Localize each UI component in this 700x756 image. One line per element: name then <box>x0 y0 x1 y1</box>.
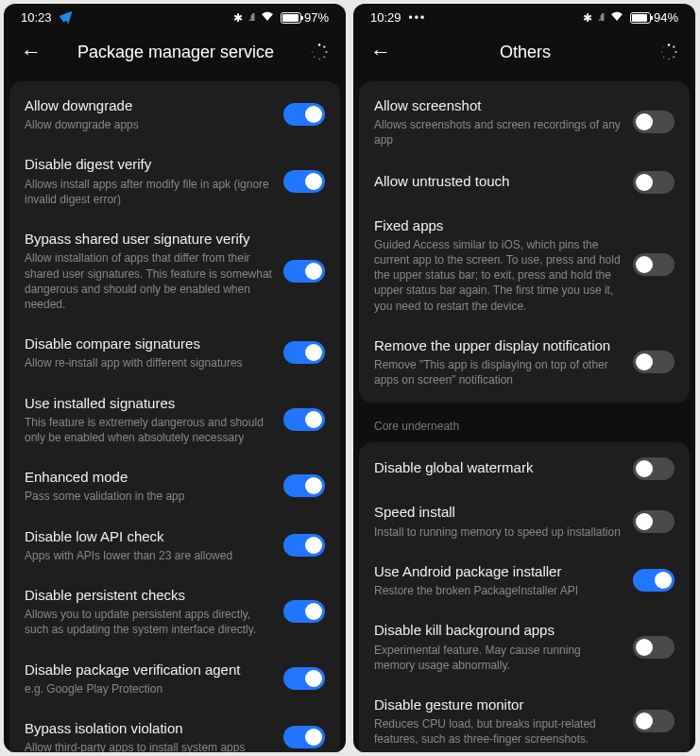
status-time: 10:29 <box>370 10 401 25</box>
setting-item[interactable]: Disable package verification agente.g. G… <box>9 649 340 708</box>
setting-item[interactable]: Disable gesture monitorReduces CPU load,… <box>359 684 690 752</box>
toggle-switch[interactable] <box>283 726 325 748</box>
setting-title: Disable gesture monitor <box>374 696 622 714</box>
status-time: 10:23 <box>21 10 52 25</box>
toggle-switch[interactable] <box>283 600 325 623</box>
setting-title: Disable low API check <box>25 527 272 546</box>
setting-title: Bypass shared user signature verify <box>25 230 272 249</box>
setting-description: Allow installation of apps that differ f… <box>25 250 272 312</box>
toggle-switch[interactable] <box>283 103 325 126</box>
setting-description: Experimental feature. May cause running … <box>374 643 622 673</box>
setting-item[interactable]: Disable global watermark <box>359 446 690 491</box>
svg-point-15 <box>663 46 664 47</box>
toggle-switch[interactable] <box>633 253 674 276</box>
svg-point-8 <box>668 43 671 46</box>
loading-spinner-icon <box>310 43 329 61</box>
setting-item[interactable]: Disable low API checkApps with APIs lowe… <box>9 516 340 575</box>
toggle-switch[interactable] <box>283 667 325 690</box>
setting-title: Fixed apps <box>374 216 622 235</box>
setting-item[interactable]: Remove the upper display notificationRem… <box>359 325 690 400</box>
setting-title: Disable package verification agent <box>25 661 272 679</box>
page-header: ← Package manager service <box>4 28 346 81</box>
svg-point-3 <box>323 56 325 58</box>
back-arrow-icon[interactable]: ← <box>370 40 391 64</box>
svg-point-1 <box>323 46 325 48</box>
page-header: ← Others <box>353 28 695 81</box>
toggle-switch[interactable] <box>633 457 674 480</box>
battery-percent: 97% <box>304 10 329 25</box>
setting-item[interactable]: Use Android package installerRestore the… <box>359 551 690 610</box>
setting-title: Allow screenshot <box>374 96 622 115</box>
toggle-switch[interactable] <box>283 170 325 193</box>
page-title: Others <box>391 43 659 62</box>
toggle-switch[interactable] <box>633 171 674 194</box>
svg-point-5 <box>314 57 316 59</box>
setting-title: Allow untrusted touch <box>374 172 622 191</box>
setting-item[interactable]: Speed installInstall to running memory t… <box>359 491 690 550</box>
setting-title: Disable compare signatures <box>25 335 272 353</box>
toggle-switch[interactable] <box>633 510 674 533</box>
setting-item[interactable]: Disable persistent checksAllows you to u… <box>9 575 340 649</box>
setting-title: Disable kill background apps <box>374 621 622 640</box>
svg-point-0 <box>318 43 321 46</box>
toggle-switch[interactable] <box>633 636 674 659</box>
status-bar: 10:23 ✱ .ıll 97% <box>4 4 346 28</box>
setting-item[interactable]: Bypass shared user signature verifyAllow… <box>9 218 340 323</box>
svg-point-11 <box>673 56 674 58</box>
battery-icon <box>630 12 651 24</box>
svg-point-10 <box>675 51 677 53</box>
page-title: Package manager service <box>42 43 310 62</box>
battery-percent: 94% <box>654 10 678 25</box>
more-notifications-icon: ••• <box>409 11 427 25</box>
setting-item[interactable]: Fixed appsGuided Access similar to iOS, … <box>359 205 690 325</box>
setting-item[interactable]: Disable kill background appsExperimental… <box>359 610 690 684</box>
setting-description: Apps with APIs lower than 23 are allowed <box>25 548 272 563</box>
toggle-switch[interactable] <box>633 569 674 592</box>
setting-description: Remove "This app is displaying on top of… <box>374 357 622 387</box>
setting-item[interactable]: Allow untrusted touch <box>359 160 690 205</box>
bluetooth-icon: ✱ <box>233 11 243 25</box>
toggle-switch[interactable] <box>283 341 325 364</box>
setting-title: Use installed signatures <box>25 394 272 413</box>
svg-point-4 <box>318 59 320 60</box>
setting-title: Allow downgrade <box>25 96 272 115</box>
toggle-switch[interactable] <box>283 408 325 431</box>
setting-item[interactable]: Allow screenshotAllows screenshots and s… <box>359 85 690 160</box>
setting-description: Guided Access similar to iOS, which pins… <box>374 237 622 314</box>
setting-description: Restore the broken PackageInstaller API <box>374 583 622 598</box>
setting-item[interactable]: Enhanced modePass some validation in the… <box>9 456 340 515</box>
toggle-switch[interactable] <box>283 534 325 557</box>
svg-point-9 <box>673 46 674 48</box>
setting-title: Use Android package installer <box>374 562 622 581</box>
battery-icon <box>281 12 301 24</box>
toggle-switch[interactable] <box>283 474 325 497</box>
bluetooth-icon: ✱ <box>583 11 592 25</box>
toggle-switch[interactable] <box>283 260 325 283</box>
setting-item[interactable]: Use installed signaturesThis feature is … <box>9 383 340 457</box>
svg-point-7 <box>314 46 315 47</box>
setting-title: Disable persistent checks <box>25 586 272 605</box>
back-arrow-icon[interactable]: ← <box>21 40 42 64</box>
toggle-switch[interactable] <box>633 710 674 732</box>
toggle-switch[interactable] <box>633 111 674 133</box>
setting-description: Allows you to update persistent apps dir… <box>25 607 272 637</box>
status-bar: 10:29 ••• ✱ .ıll 94% <box>353 4 695 28</box>
setting-item[interactable]: Disable compare signaturesAllow re-insta… <box>9 323 340 382</box>
setting-title: Remove the upper display notification <box>374 336 622 355</box>
settings-content: Allow downgradeAllow downgrade appsDisab… <box>4 81 346 752</box>
setting-item[interactable]: Bypass isolation violationAllow third-pa… <box>9 708 340 752</box>
setting-title: Disable digest verify <box>25 155 272 174</box>
svg-point-6 <box>312 51 313 52</box>
setting-item[interactable]: Allow downgradeAllow downgrade apps <box>9 85 340 144</box>
setting-title: Speed install <box>374 503 622 522</box>
setting-title: Enhanced mode <box>25 468 272 487</box>
svg-point-14 <box>661 51 662 52</box>
setting-description: Install to running memory to speed up in… <box>374 524 622 540</box>
setting-title: Bypass isolation violation <box>25 719 272 738</box>
wifi-icon <box>260 10 275 25</box>
setting-title: Disable global watermark <box>374 458 622 477</box>
setting-description: Allows screenshots and screen recordings… <box>374 117 622 147</box>
toggle-switch[interactable] <box>633 351 674 373</box>
setting-item[interactable]: Disable digest verifyAllows install apps… <box>9 144 340 218</box>
setting-description: Allows install apps after modify file in… <box>25 177 272 207</box>
